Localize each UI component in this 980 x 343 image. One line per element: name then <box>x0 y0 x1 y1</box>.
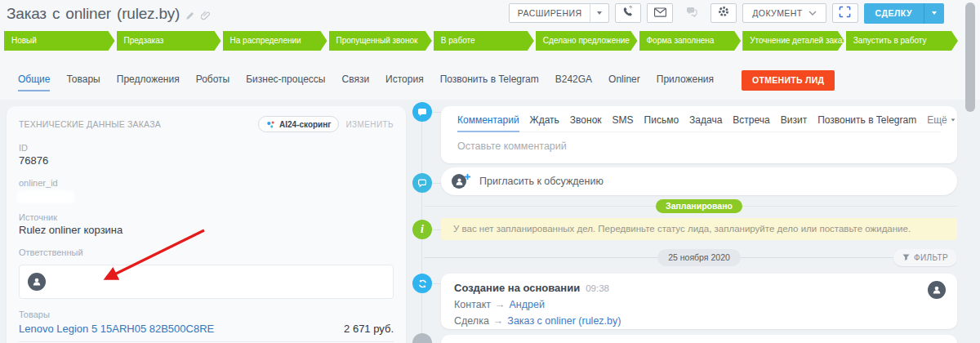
composer-tab-meeting[interactable]: Встреча <box>733 114 769 126</box>
ai-scoring-label: AI24-скоринг <box>279 120 331 129</box>
entry-deal-link[interactable]: Заказ с onliner (rulez.by) <box>507 315 621 327</box>
call-button[interactable] <box>615 3 641 23</box>
tab-call-telegram[interactable]: Позвонить в Telegram <box>440 69 539 91</box>
comment-input[interactable]: Оставьте комментарий <box>457 132 941 152</box>
entry-contact-row: Контакт → Андрей <box>454 299 944 310</box>
field-onliner-id-value-redacted <box>19 192 73 202</box>
document-button[interactable]: ДОКУМЕНТ <box>742 3 826 23</box>
chevron-down-icon <box>932 11 937 15</box>
tab-offers[interactable]: Предложения <box>117 69 180 91</box>
timeline-connector <box>432 183 441 184</box>
responsible-name-redacted <box>56 274 122 289</box>
edit-pencil-icon[interactable] <box>185 9 195 19</box>
tab-robots[interactable]: Роботы <box>196 69 230 91</box>
tab-history[interactable]: История <box>385 69 424 91</box>
composer-tab-wait[interactable]: Ждать <box>530 114 559 126</box>
composer-tab-task[interactable]: Задача <box>689 114 722 126</box>
tab-bar: Общие Товары Предложения Роботы Бизнес-п… <box>18 69 835 91</box>
tab-products[interactable]: Товары <box>66 69 100 91</box>
composer-tab-email[interactable]: Письмо <box>644 114 679 126</box>
timeline-date-row: 25 ноября 2020 ФИЛЬТР <box>441 249 957 266</box>
toolbar: РАСШИРЕНИЯ ДОКУМЕНТ СДЕЛКУ <box>509 2 944 24</box>
composer-tab-bar: Комментарий Ждать Звонок SMS Письмо Зада… <box>457 114 941 132</box>
timeline-entry-card: Создание на основании 09:38 Контакт → Ан… <box>441 274 957 329</box>
gear-icon <box>717 5 730 21</box>
composer-tab-comment[interactable]: Комментарий <box>457 114 519 126</box>
entry-title: Создание на основании <box>454 282 580 294</box>
stage-in-progress[interactable]: В работе <box>434 31 534 51</box>
deal-button-main[interactable]: СДЕЛКУ <box>864 3 924 24</box>
person-plus-icon <box>452 173 471 189</box>
ai-scoring-button[interactable]: AI24-скоринг <box>258 116 339 132</box>
filter-label: ФИЛЬТР <box>914 253 948 262</box>
envelope-icon <box>654 6 666 20</box>
chat-icon <box>686 6 698 20</box>
composer-tab-visit[interactable]: Визит <box>781 114 807 126</box>
tab-general[interactable]: Общие <box>18 69 50 91</box>
settings-button[interactable] <box>710 3 737 23</box>
field-responsible-label: Ответственный <box>19 247 394 258</box>
tab-links[interactable]: Связи <box>342 69 370 91</box>
stage-offer-made[interactable]: Сделано предложение <box>536 31 638 51</box>
chevron-down-icon <box>951 118 955 121</box>
planned-section: Запланировано <box>441 199 957 213</box>
composer-tab-call[interactable]: Звонок <box>570 114 602 126</box>
field-source-label: Источник <box>19 212 394 223</box>
stage-preorder[interactable]: Предзаказ <box>117 31 221 51</box>
stage-distribution[interactable]: На распределении <box>223 31 327 51</box>
stage-start-work[interactable]: Запустить в работу <box>846 31 958 51</box>
document-button-label: ДОКУМЕНТ <box>752 8 802 18</box>
page-title: Заказ с onliner (rulez.by) <box>7 5 180 23</box>
divider <box>19 341 394 342</box>
vertical-scrollbar-thumb[interactable] <box>965 2 975 112</box>
planned-badge: Запланировано <box>656 199 742 213</box>
responsible-user-box[interactable] <box>19 265 394 299</box>
timeline-connector <box>432 112 441 113</box>
timeline-column: Комментарий Ждать Звонок SMS Письмо Зада… <box>441 106 957 343</box>
deal-dropdown[interactable] <box>924 3 944 24</box>
expand-button[interactable] <box>832 3 858 23</box>
composer-more-button[interactable]: Ещё <box>927 114 956 126</box>
stage-order-details[interactable]: Уточнение деталей заказа <box>742 31 844 51</box>
tab-business-processes[interactable]: Бизнес-процессы <box>246 69 325 91</box>
extensions-button-main[interactable]: РАСШИРЕНИЯ <box>510 4 590 22</box>
person-icon <box>32 277 42 287</box>
discussion-icon <box>412 173 432 193</box>
email-button[interactable] <box>647 3 673 23</box>
comment-icon <box>412 102 432 122</box>
timeline-connector <box>432 283 441 284</box>
entry-deal-row: Сделка → Заказ с onliner (rulez.by) <box>454 315 944 327</box>
timeline-icon <box>412 333 432 343</box>
field-id-value: 76876 <box>19 154 394 167</box>
page-title-row: Заказ с onliner (rulez.by) <box>7 5 211 23</box>
chat-button[interactable] <box>679 3 705 23</box>
product-price: 2 671 руб. <box>344 323 394 335</box>
paperclip-icon[interactable] <box>201 9 211 19</box>
entry-deal-label: Сделка <box>454 315 489 327</box>
entry-contact-link[interactable]: Андрей <box>510 299 545 310</box>
no-planned-activities-notice: У вас нет запланированных дел. Передвинь… <box>441 218 957 240</box>
stage-form-filled[interactable]: Форма заполнена <box>639 31 742 51</box>
products-label: Товары <box>19 310 394 320</box>
cancel-lead-button[interactable]: ОТМЕНИТЬ ЛИД <box>742 70 835 91</box>
invite-to-discussion-button[interactable]: Пригласить к обсуждению <box>441 167 957 195</box>
tab-apps[interactable]: Приложения <box>657 69 714 91</box>
edit-details-button[interactable]: ИЗМЕНИТЬ <box>345 120 394 129</box>
entry-time: 09:38 <box>586 283 609 293</box>
invite-label: Пригласить к обсуждению <box>479 176 604 187</box>
product-link[interactable]: Lenovo Legion 5 15ARH05 82B500C8RE <box>19 323 214 335</box>
composer-tab-sms[interactable]: SMS <box>612 114 634 126</box>
filter-button[interactable]: ФИЛЬТР <box>893 249 957 266</box>
details-header: ТЕХНИЧЕСКИЕ ДАННЫЕ ЗАКАЗА AI24-скоринг И… <box>19 116 394 132</box>
stage-new[interactable]: Новый <box>4 31 115 51</box>
details-section-title: ТЕХНИЧЕСКИЕ ДАННЫЕ ЗАКАЗА <box>19 119 161 129</box>
composer-tab-telegram[interactable]: Позвонить в Telegram <box>817 114 916 126</box>
stage-missed-call[interactable]: Пропущенный звонок <box>329 31 432 51</box>
deal-button: СДЕЛКУ <box>864 3 945 24</box>
pipeline-stage-bar: Новый Предзаказ На распределении Пропуще… <box>4 31 958 51</box>
tab-b242ga[interactable]: B242GA <box>555 69 592 91</box>
field-id-label: ID <box>19 143 394 154</box>
date-badge: 25 ноября 2020 <box>657 249 741 266</box>
tab-onliner[interactable]: Onliner <box>608 69 640 91</box>
extensions-dropdown[interactable] <box>590 4 608 22</box>
